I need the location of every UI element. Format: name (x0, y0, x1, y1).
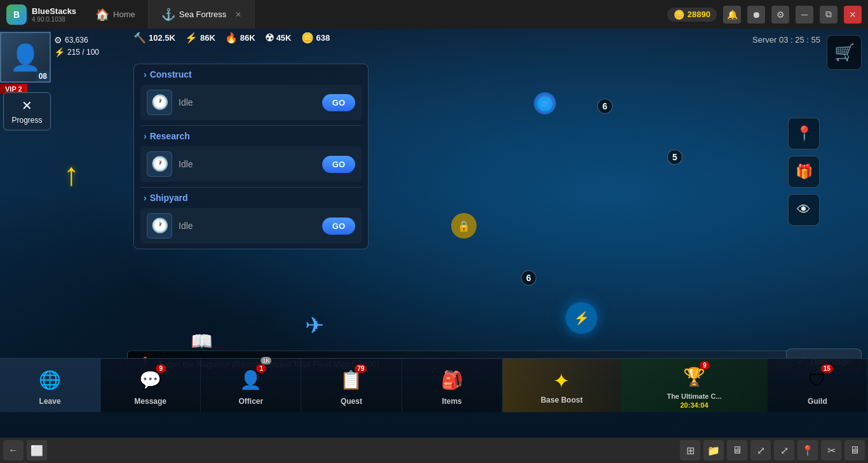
close-tab-icon[interactable]: ✕ (235, 10, 241, 19)
title-right: 🪙 28890 🔔 ⏺ ⚙ ─ ⧉ ✕ (667, 6, 868, 24)
map-number-6a: 6 (597, 99, 613, 114)
progress-icon: ✕ (22, 98, 32, 113)
metal-icon: 🔨 (133, 32, 146, 44)
taskbar-grid-icon[interactable]: ⊞ (680, 440, 700, 460)
popup-menu: › Construct 🕐 Idle GO › Research 🕐 Idle … (133, 64, 369, 249)
base-boost-icon-wrap: ✦ (547, 367, 576, 396)
resource-energy: ⚡ 86K (185, 32, 215, 44)
taskbar-expand-icon-1[interactable]: ⤢ (750, 440, 771, 460)
nav-item-items[interactable]: 🎒 Items (402, 359, 503, 412)
officer-label: Officer (238, 397, 263, 406)
guild-icon-wrap: 🛡 15 (803, 366, 832, 394)
server-time: Server 03 : 25 : 55 (752, 35, 820, 45)
right-ui-icons: 📍 🎁 👁 (788, 118, 820, 226)
player-avatar[interactable]: 👤 08 (0, 32, 51, 83)
nav-item-base-boost[interactable]: ✦ Base Boost (503, 359, 621, 412)
nav-item-leave[interactable]: 🌐 Leave (0, 359, 100, 412)
construct-section-title: › Construct (134, 64, 368, 85)
shipyard-row: 🕐 Idle GO (140, 208, 362, 244)
shipyard-arrow: › (144, 193, 147, 203)
research-section-title: › Research (134, 126, 368, 146)
map-area: 6 5 6 🔒 ⚡ 🌐 📍 🎁 👁 (394, 67, 839, 385)
research-row: 🕐 Idle GO (140, 146, 362, 182)
fuel-value: 86K (240, 33, 255, 43)
research-icon: 🕐 (147, 151, 172, 177)
bell-button[interactable]: 🔔 (723, 6, 741, 24)
player-stats: ⚙ 63,636 ⚡ 215 / 100 (54, 35, 99, 57)
stat-power: ⚡ 215 / 100 (54, 47, 99, 57)
quest-label: Quest (341, 397, 362, 406)
items-label: Items (442, 397, 461, 406)
map-right-icon-3[interactable]: 👁 (788, 194, 820, 226)
taskbar-folder-icon[interactable]: 📁 (703, 440, 724, 460)
bluestacks-icon: B (6, 4, 27, 25)
game-tab-label: Sea Fortress (179, 10, 226, 19)
items-icon-wrap: 🎒 (438, 366, 466, 394)
shipyard-section-title: › Shipyard (134, 188, 368, 208)
game-tab[interactable]: ⚓ Sea Fortress ✕ (149, 0, 255, 29)
up-arrow-indicator: ↑ (64, 156, 79, 193)
message-badge: 9 (156, 364, 166, 373)
nav-item-quest[interactable]: 📋 79 Quest (301, 359, 402, 412)
nav-item-message[interactable]: 💬 9 Message (100, 359, 201, 412)
guild-badge: 15 (821, 364, 833, 373)
energy-icon: ⚡ (185, 32, 198, 44)
events-title: The Ultimate C... (667, 392, 721, 400)
quest-badge: 79 (355, 364, 367, 373)
map-right-icon-1[interactable]: 📍 (788, 118, 820, 149)
minimize-button[interactable]: ─ (796, 6, 813, 24)
message-icon-wrap: 💬 9 (136, 366, 165, 394)
construct-label: Construct (150, 69, 192, 79)
fuel-icon: 🔥 (225, 32, 238, 44)
map-lightning-icon: ⚡ (566, 302, 597, 334)
nav-item-events[interactable]: 🏆 9 The Ultimate C... 20:34:04 (621, 359, 768, 412)
app-version: 4.90.0.1038 (32, 16, 76, 23)
avatar-image: 👤 (10, 43, 41, 73)
progress-button[interactable]: ✕ Progress (3, 92, 51, 130)
research-go-button[interactable]: GO (322, 156, 355, 173)
coins-value: 28890 (688, 10, 710, 19)
research-status: Idle (179, 159, 316, 169)
leave-icon: 🌐 (39, 370, 61, 390)
power-value: 215 / 100 (67, 48, 99, 57)
taskbar-expand-icon-2[interactable]: ⤢ (774, 440, 794, 460)
officer-badge: 1 (256, 364, 266, 373)
record-button[interactable]: ⏺ (747, 6, 765, 24)
resource-fuel: 🔥 86K (225, 32, 255, 44)
map-right-icon-2[interactable]: 🎁 (788, 156, 820, 188)
resource-nuclear: ☢ 45K (265, 32, 292, 44)
taskbar-location-icon[interactable]: 📍 (797, 440, 818, 460)
titlebar: B BlueStacks 4.90.0.1038 🏠 Home ⚓ Sea Fo… (0, 0, 868, 29)
gold-icon: 🪙 (301, 32, 314, 44)
resource-metal: 🔨 102.5K (133, 32, 175, 44)
top-hud: 🔨 102.5K ⚡ 86K 🔥 86K ☢ 45K 🪙 638 (133, 32, 330, 44)
cart-button[interactable]: 🛒 (827, 35, 862, 70)
settings-button[interactable]: ⚙ (771, 6, 789, 24)
back-button[interactable]: ← (3, 440, 24, 460)
construct-status: Idle (179, 97, 316, 107)
officer-sub-badge: 1K (261, 357, 271, 364)
events-timer: 20:34:04 (680, 401, 708, 409)
shipyard-go-button[interactable]: GO (322, 218, 355, 235)
home-icon: 🏠 (95, 8, 109, 22)
construct-go-button[interactable]: GO (322, 94, 355, 111)
home-tab[interactable]: 🏠 Home (83, 0, 149, 29)
bluestacks-logo[interactable]: B BlueStacks 4.90.0.1038 (0, 4, 83, 25)
nav-item-officer[interactable]: 👤 1 1K Officer (201, 359, 301, 412)
coins-display: 🪙 28890 (667, 8, 717, 22)
home-tab-label: Home (113, 10, 135, 19)
taskbar-display-icon[interactable]: 🖥 (727, 440, 747, 460)
taskbar-scissors-icon[interactable]: ✂ (821, 440, 841, 460)
notebook-icon[interactable]: 📖 (191, 331, 213, 352)
taskbar-screen-icon[interactable]: 🖥 (844, 440, 865, 460)
navigation-arrow: ✈ (305, 312, 324, 339)
progress-label: Progress (11, 116, 42, 125)
nav-item-guild[interactable]: 🛡 15 Guild (768, 359, 868, 412)
restore-button[interactable]: ⧉ (820, 6, 837, 24)
events-badge: 9 (700, 361, 710, 370)
home-taskbar-button[interactable]: ⬜ (27, 440, 47, 460)
app-name: BlueStacks (32, 6, 76, 16)
resource-gold: 🪙 638 (301, 32, 330, 44)
close-button[interactable]: ✕ (844, 6, 862, 24)
leave-label: Leave (39, 397, 61, 406)
